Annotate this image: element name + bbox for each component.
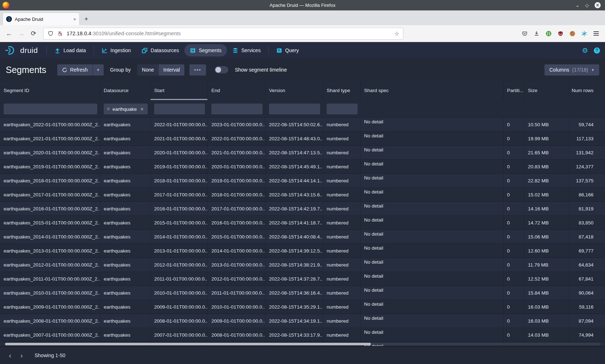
table-row[interactable]: earthquakes_2009-01-01T00:00:00.000Z_2..… [0,300,605,314]
bookmark-star-icon[interactable]: ☆ [394,30,399,37]
cell-shard-spec: No detail [360,160,503,173]
cell-num-rows: 81,919 [568,202,605,215]
services-icon [232,47,238,54]
filter-segment-id-input[interactable] [4,104,97,114]
table-row[interactable]: earthquakes_2013-01-01T00:00:00.000Z_2..… [0,244,605,258]
group-by-interval-button[interactable]: Interval [159,64,185,76]
cell-partition: 0 [503,286,524,300]
download-icon[interactable] [533,30,540,37]
forward-icon[interactable]: → [16,30,27,37]
filter-datasource-input[interactable]: = earthquake ✕ [104,104,148,114]
back-icon[interactable]: ← [4,30,14,37]
divider [46,46,47,55]
cell-segment-id: earthquakes_2018-01-01T00:00:00.000Z_2..… [0,174,100,187]
cell-num-rows: 74,994 [568,328,605,342]
column-header-start[interactable]: Start [151,81,208,100]
cell-shard-type: numbered [323,314,360,328]
table-row[interactable]: earthquakes_2008-01-01T00:00:00.000Z_2..… [0,314,605,328]
cell-num-rows: 59,116 [568,300,605,314]
cookie-icon[interactable] [569,30,575,37]
refresh-dropdown-button[interactable]: ▼ [93,64,104,76]
cell-size: 12.52 MB [524,272,568,286]
table-row[interactable]: earthquakes_2010-01-01T00:00:00.000Z_2..… [0,286,605,300]
table-row[interactable]: earthquakes_2015-01-01T00:00:00.000Z_2..… [0,216,605,230]
table-row[interactable]: earthquakes_2019-01-01T00:00:00.000Z_2..… [0,160,605,174]
nav-item-query[interactable]: Query [271,44,304,56]
tracking-shield-icon[interactable] [47,30,54,37]
settings-gear-icon[interactable]: ⚙ [582,46,588,55]
scrollbar-thumb[interactable] [5,343,371,345]
table-row[interactable]: earthquakes_2020-01-01T00:00:00.000Z_2..… [0,146,605,160]
insecure-lock-icon[interactable] [57,30,63,37]
cell-size: 15.84 MB [524,286,568,300]
table-row[interactable]: earthquakes_2017-01-01T00:00:00.000Z_2..… [0,188,605,202]
horizontal-scrollbar[interactable] [5,343,600,345]
cell-shard-type: numbered [323,188,360,201]
table-row[interactable]: earthquakes_2011-01-01T00:00:00.000Z_2..… [0,272,605,286]
cell-partition: 0 [503,216,524,229]
group-by-none-button[interactable]: None [137,64,158,76]
load-data-icon [54,47,60,54]
window-minimize-icon[interactable]: ⌄ [575,3,579,8]
cell-segment-id: earthquakes_2008-01-01T00:00:00.000Z_2..… [0,314,100,328]
druid-logo-text: druid [20,46,38,55]
filter-start-input[interactable] [154,104,205,114]
column-header-shard-spec[interactable]: Shard spec [360,81,503,100]
nav-item-datasources[interactable]: Datasources [136,44,184,56]
column-header-size[interactable]: Size [524,81,568,100]
cell-partition: 0 [503,132,524,145]
cell-num-rows: 124,377 [568,160,605,173]
filter-remove-icon[interactable]: ✕ [140,106,144,112]
table-row[interactable]: earthquakes_2021-01-01T00:00:00.000Z_2..… [0,132,605,146]
cell-shard-spec: No detail [360,146,503,159]
table-row[interactable]: earthquakes_2014-01-01T00:00:00.000Z_2..… [0,230,605,244]
cell-num-rows: 137,575 [568,174,605,187]
cell-version: 2022-08-15T14:41:18.7... [265,216,323,229]
filter-version-input[interactable] [269,104,320,114]
table-row[interactable]: earthquakes_2016-01-01T00:00:00.000Z_2..… [0,202,605,216]
table-row[interactable]: earthquakes_2022-01-01T00:00:00.000Z_2..… [0,118,605,132]
tab-close-icon[interactable]: × [73,17,76,22]
nav-item-ingestion[interactable]: Ingestion [96,44,136,56]
column-header-datasource[interactable]: Datasource [100,81,151,100]
showing-range-label: Showing 1-50 [35,352,66,358]
filter-shard-type-input[interactable] [327,104,358,114]
menu-icon[interactable] [593,30,599,37]
url-bar[interactable]: 172.18.0.4:30109/unified-console.html#se… [43,28,403,40]
column-header-num-rows[interactable]: Num rows [568,81,605,100]
column-header-partition[interactable]: Partiti... [503,81,524,100]
ublock-icon[interactable] [557,30,564,37]
new-tab-button[interactable]: + [84,15,88,25]
nav-item-services[interactable]: Services [227,44,266,56]
cell-partition: 0 [503,160,524,173]
more-options-button[interactable]: ••• [189,64,206,76]
browser-tab[interactable]: Apache Druid × [3,13,79,25]
url-text[interactable]: 172.18.0.4:30109/unified-console.html#se… [67,31,391,36]
previous-page-icon[interactable]: ‹ [5,350,15,360]
pocket-icon[interactable] [521,30,528,37]
segment-timeline-toggle[interactable] [215,66,228,73]
nav-item-segments[interactable]: Segments [184,44,227,56]
reload-icon[interactable]: ⟳ [28,29,39,37]
cell-num-rows: 87,418 [568,230,605,244]
privacy-badger-icon[interactable] [545,30,552,37]
table-row[interactable]: earthquakes_2012-01-01T00:00:00.000Z_2..… [0,258,605,272]
columns-button[interactable]: Columns (17/18) ▼ [544,64,599,76]
multi-account-icon[interactable] [581,30,587,37]
druid-logo[interactable]: druid [5,46,44,55]
table-row[interactable]: earthquakes_2007-01-01T00:00:00.000Z_2..… [0,328,605,342]
window-close-icon[interactable]: ✕ [595,2,601,8]
refresh-button[interactable]: Refresh [57,64,93,76]
column-header-version[interactable]: Version [265,81,323,100]
next-page-icon[interactable]: › [17,350,27,360]
window-maximize-icon[interactable]: ◇ [585,3,589,8]
filter-end-input[interactable] [211,104,263,114]
cell-end: 2008-01-01T00:00:00.0... [208,328,265,342]
column-header-segment-id[interactable]: Segment ID [0,81,100,100]
help-icon[interactable]: ? [594,47,600,54]
nav-item-load-data[interactable]: Load data [49,44,91,56]
cell-end: 2013-01-01T00:00:00.0... [208,258,265,272]
column-header-end[interactable]: End [208,81,265,100]
table-row[interactable]: earthquakes_2018-01-01T00:00:00.000Z_2..… [0,174,605,188]
column-header-shard-type[interactable]: Shard type [323,81,360,100]
